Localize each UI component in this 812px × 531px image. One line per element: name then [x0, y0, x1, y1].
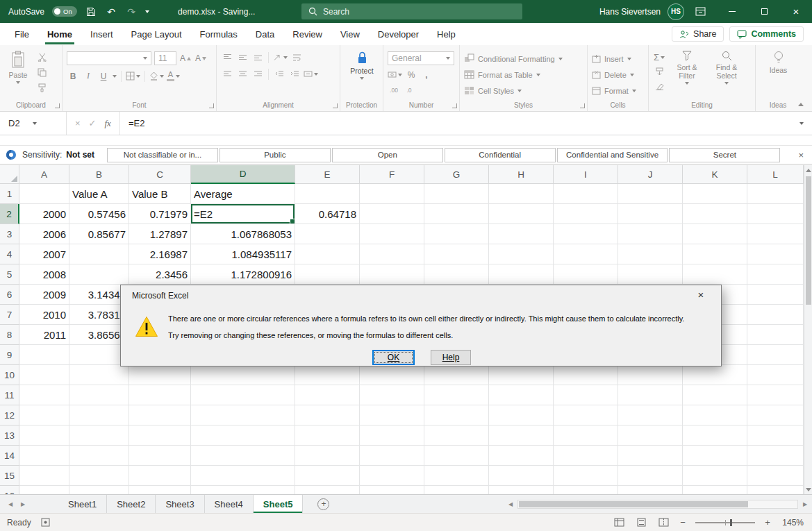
cell-C2[interactable]: 0.71979 [129, 204, 191, 224]
tab-home[interactable]: Home [38, 23, 81, 45]
cell-E5[interactable] [295, 264, 360, 285]
cell-C1[interactable]: Value B [129, 184, 191, 204]
cell-H12[interactable] [489, 405, 554, 425]
row-header-5[interactable]: 5 [0, 264, 19, 285]
conditional-formatting-button[interactable]: Conditional Formatting [464, 51, 583, 66]
number-format-combo[interactable]: General [388, 51, 454, 65]
cell-L14[interactable] [747, 446, 804, 466]
underline-chevron-icon[interactable] [113, 75, 117, 78]
cell-L2[interactable] [747, 204, 804, 224]
cell-I4[interactable] [554, 244, 618, 264]
column-header-D[interactable]: D [191, 165, 295, 184]
scroll-down-icon[interactable] [804, 484, 812, 494]
column-header-F[interactable]: F [360, 165, 424, 184]
cell-C3[interactable]: 1.27897 [129, 224, 191, 244]
column-header-A[interactable]: A [19, 165, 69, 184]
cell-L5[interactable] [747, 264, 804, 285]
cell-L3[interactable] [747, 224, 804, 244]
cell-E11[interactable] [295, 385, 360, 405]
cell-B13[interactable] [69, 425, 129, 446]
cell-J5[interactable] [618, 264, 683, 285]
cancel-icon[interactable]: × [75, 118, 81, 128]
tab-view[interactable]: View [331, 23, 369, 45]
cell-B1[interactable]: Value A [69, 184, 129, 204]
scroll-up-icon[interactable] [804, 165, 812, 175]
select-all-button[interactable] [0, 165, 19, 184]
user-name[interactable]: Hans Sievertsen [599, 7, 661, 17]
zoom-level[interactable]: 145% [780, 518, 804, 528]
cell-I11[interactable] [554, 385, 618, 405]
tab-formulas[interactable]: Formulas [191, 23, 247, 45]
insert-cells-button[interactable]: Insert [592, 51, 645, 66]
cell-A14[interactable] [19, 446, 69, 466]
tab-data[interactable]: Data [247, 23, 283, 45]
cell-G12[interactable] [424, 405, 489, 425]
collapse-ribbon-chevron-icon[interactable] [798, 103, 804, 106]
dialog-help-button[interactable]: Help [431, 350, 471, 365]
cell-D1[interactable]: Average [191, 184, 295, 204]
format-cells-button[interactable]: Format [592, 83, 645, 98]
cell-G3[interactable] [424, 224, 489, 244]
cell-G16[interactable] [424, 486, 489, 494]
cell-B10[interactable] [69, 365, 129, 385]
cell-L6[interactable] [747, 285, 804, 305]
cell-E3[interactable] [295, 224, 360, 244]
row-header-14[interactable]: 14 [0, 446, 19, 466]
font-size-combo[interactable]: 11 [154, 51, 176, 65]
macro-record-icon[interactable] [41, 518, 50, 527]
cell-H10[interactable] [489, 365, 554, 385]
cell-C12[interactable] [129, 405, 191, 425]
cell-A10[interactable] [19, 365, 69, 385]
column-header-C[interactable]: C [129, 165, 191, 184]
cell-J11[interactable] [618, 385, 683, 405]
cell-K11[interactable] [683, 385, 747, 405]
cell-D14[interactable] [191, 446, 295, 466]
zoom-out-icon[interactable]: − [679, 517, 687, 528]
vertical-scroll-thumb[interactable] [806, 176, 811, 305]
cell-D11[interactable] [191, 385, 295, 405]
cell-G13[interactable] [424, 425, 489, 446]
copy-button[interactable] [35, 67, 48, 78]
cell-A13[interactable] [19, 425, 69, 446]
cell-F5[interactable] [360, 264, 424, 285]
number-dialog-launcher-icon[interactable] [452, 103, 457, 108]
cell-I14[interactable] [554, 446, 618, 466]
cell-L10[interactable] [747, 365, 804, 385]
cell-K1[interactable] [683, 184, 747, 204]
cell-G14[interactable] [424, 446, 489, 466]
cell-F15[interactable] [360, 466, 424, 486]
cell-J2[interactable] [618, 204, 683, 224]
cell-F13[interactable] [360, 425, 424, 446]
cell-A5[interactable]: 2008 [19, 264, 69, 285]
alignment-dialog-launcher-icon[interactable] [333, 103, 338, 108]
cell-J4[interactable] [618, 244, 683, 264]
fill-color-button[interactable] [149, 70, 164, 82]
cell-D15[interactable] [191, 466, 295, 486]
sheet-nav-left-icon[interactable]: ◀ [4, 495, 17, 513]
share-button[interactable]: Share [672, 26, 724, 42]
cell-J1[interactable] [618, 184, 683, 204]
cell-F4[interactable] [360, 244, 424, 264]
cell-D5[interactable]: 1.172800916 [191, 264, 295, 285]
cell-C15[interactable] [129, 466, 191, 486]
maximize-button[interactable] [748, 0, 780, 23]
row-header-1[interactable]: 1 [0, 184, 19, 204]
find-select-button[interactable]: Find & Select [709, 49, 745, 99]
avatar[interactable]: HS [668, 3, 684, 20]
page-layout-view-icon[interactable] [634, 518, 648, 527]
dialog-ok-button[interactable]: OK [372, 350, 415, 365]
cell-K5[interactable] [683, 264, 747, 285]
cell-E10[interactable] [295, 365, 360, 385]
tab-file[interactable]: File [6, 23, 38, 45]
column-header-K[interactable]: K [683, 165, 747, 184]
cell-I15[interactable] [554, 466, 618, 486]
cell-styles-button[interactable]: Cell Styles [464, 83, 583, 98]
cell-I2[interactable] [554, 204, 618, 224]
column-header-J[interactable]: J [618, 165, 683, 184]
scroll-right-icon[interactable]: ▶ [799, 501, 811, 507]
insert-function-icon[interactable]: fx [105, 118, 111, 129]
cell-A9[interactable] [19, 345, 69, 365]
enter-icon[interactable]: ✓ [89, 118, 97, 128]
page-break-view-icon[interactable] [656, 518, 670, 527]
cell-J10[interactable] [618, 365, 683, 385]
